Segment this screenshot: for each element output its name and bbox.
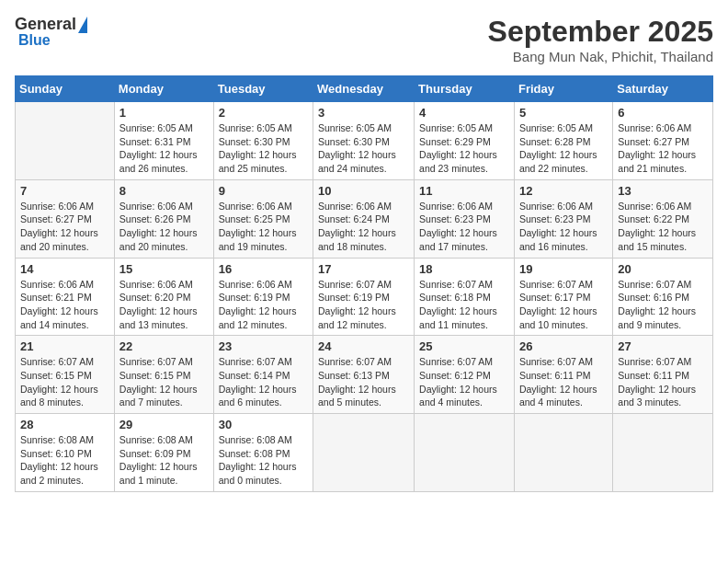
day-number: 6 [618, 106, 708, 120]
calendar-week-row: 14Sunrise: 6:06 AM Sunset: 6:21 PM Dayli… [16, 258, 713, 336]
day-info: Sunrise: 6:05 AM Sunset: 6:30 PM Dayligh… [219, 121, 308, 176]
calendar-table: SundayMondayTuesdayWednesdayThursdayFrid… [15, 75, 713, 492]
day-number: 12 [519, 184, 608, 198]
day-info: Sunrise: 6:05 AM Sunset: 6:28 PM Dayligh… [519, 121, 608, 176]
day-info: Sunrise: 6:06 AM Sunset: 6:27 PM Dayligh… [20, 200, 109, 254]
day-number: 3 [318, 106, 409, 120]
day-info: Sunrise: 6:08 AM Sunset: 6:09 PM Dayligh… [119, 433, 209, 488]
day-number: 30 [219, 418, 308, 431]
logo: General Blue [15, 15, 87, 49]
day-info: Sunrise: 6:07 AM Sunset: 6:18 PM Dayligh… [419, 278, 509, 332]
calendar-cell [313, 414, 415, 492]
calendar-cell: 15Sunrise: 6:06 AM Sunset: 6:20 PM Dayli… [114, 258, 213, 336]
day-info: Sunrise: 6:06 AM Sunset: 6:25 PM Dayligh… [219, 200, 308, 254]
calendar-cell: 21Sunrise: 6:07 AM Sunset: 6:15 PM Dayli… [16, 336, 115, 414]
calendar-week-row: 7Sunrise: 6:06 AM Sunset: 6:27 PM Daylig… [16, 179, 713, 258]
day-number: 10 [318, 184, 409, 198]
calendar-cell: 18Sunrise: 6:07 AM Sunset: 6:18 PM Dayli… [415, 258, 515, 336]
month-title: September 2025 [488, 15, 713, 49]
calendar-cell [16, 102, 115, 180]
day-number: 29 [119, 418, 209, 431]
calendar-cell: 2Sunrise: 6:05 AM Sunset: 6:30 PM Daylig… [213, 102, 313, 180]
day-number: 15 [119, 262, 209, 276]
day-number: 2 [219, 106, 308, 120]
day-info: Sunrise: 6:08 AM Sunset: 6:10 PM Dayligh… [20, 433, 109, 488]
calendar-cell: 11Sunrise: 6:06 AM Sunset: 6:23 PM Dayli… [415, 179, 515, 258]
day-info: Sunrise: 6:06 AM Sunset: 6:24 PM Dayligh… [318, 200, 409, 254]
calendar-cell: 10Sunrise: 6:06 AM Sunset: 6:24 PM Dayli… [313, 179, 415, 258]
day-of-week-header: Friday [514, 76, 612, 102]
calendar-cell: 20Sunrise: 6:07 AM Sunset: 6:16 PM Dayli… [613, 258, 713, 336]
calendar-cell: 22Sunrise: 6:07 AM Sunset: 6:15 PM Dayli… [114, 336, 213, 414]
day-info: Sunrise: 6:07 AM Sunset: 6:19 PM Dayligh… [318, 278, 409, 332]
day-number: 20 [618, 262, 708, 276]
day-number: 24 [318, 339, 409, 353]
day-number: 19 [519, 262, 608, 276]
day-info: Sunrise: 6:06 AM Sunset: 6:26 PM Dayligh… [119, 200, 209, 254]
calendar-cell: 23Sunrise: 6:07 AM Sunset: 6:14 PM Dayli… [213, 336, 313, 414]
day-info: Sunrise: 6:07 AM Sunset: 6:15 PM Dayligh… [119, 355, 209, 409]
day-info: Sunrise: 6:06 AM Sunset: 6:27 PM Dayligh… [618, 121, 708, 176]
day-number: 17 [318, 262, 409, 276]
logo-blue-text: Blue [18, 32, 51, 49]
calendar-cell: 4Sunrise: 6:05 AM Sunset: 6:29 PM Daylig… [415, 102, 515, 180]
calendar-cell: 29Sunrise: 6:08 AM Sunset: 6:09 PM Dayli… [114, 414, 213, 492]
day-number: 23 [219, 339, 308, 353]
calendar-cell: 3Sunrise: 6:05 AM Sunset: 6:30 PM Daylig… [313, 102, 415, 180]
day-number: 16 [219, 262, 308, 276]
day-info: Sunrise: 6:07 AM Sunset: 6:17 PM Dayligh… [519, 278, 608, 332]
calendar-cell: 19Sunrise: 6:07 AM Sunset: 6:17 PM Dayli… [514, 258, 612, 336]
day-info: Sunrise: 6:06 AM Sunset: 6:22 PM Dayligh… [618, 200, 708, 254]
calendar-cell [514, 414, 612, 492]
calendar-cell: 30Sunrise: 6:08 AM Sunset: 6:08 PM Dayli… [213, 414, 313, 492]
day-info: Sunrise: 6:07 AM Sunset: 6:16 PM Dayligh… [618, 278, 708, 332]
day-info: Sunrise: 6:05 AM Sunset: 6:30 PM Dayligh… [318, 121, 409, 176]
day-number: 25 [419, 339, 509, 353]
day-number: 18 [419, 262, 509, 276]
day-number: 5 [519, 106, 608, 120]
calendar-header-row: SundayMondayTuesdayWednesdayThursdayFrid… [16, 76, 713, 102]
day-of-week-header: Tuesday [213, 76, 313, 102]
calendar-cell: 24Sunrise: 6:07 AM Sunset: 6:13 PM Dayli… [313, 336, 415, 414]
calendar-cell: 14Sunrise: 6:06 AM Sunset: 6:21 PM Dayli… [16, 258, 115, 336]
calendar-cell: 12Sunrise: 6:06 AM Sunset: 6:23 PM Dayli… [514, 179, 612, 258]
day-info: Sunrise: 6:06 AM Sunset: 6:23 PM Dayligh… [419, 200, 509, 254]
day-number: 13 [618, 184, 708, 198]
calendar-cell: 27Sunrise: 6:07 AM Sunset: 6:11 PM Dayli… [613, 336, 713, 414]
day-info: Sunrise: 6:06 AM Sunset: 6:21 PM Dayligh… [20, 278, 109, 332]
calendar-cell: 8Sunrise: 6:06 AM Sunset: 6:26 PM Daylig… [114, 179, 213, 258]
day-info: Sunrise: 6:07 AM Sunset: 6:13 PM Dayligh… [318, 355, 409, 409]
calendar-week-row: 21Sunrise: 6:07 AM Sunset: 6:15 PM Dayli… [16, 336, 713, 414]
day-number: 26 [519, 339, 608, 353]
calendar-cell: 28Sunrise: 6:08 AM Sunset: 6:10 PM Dayli… [16, 414, 115, 492]
calendar-cell: 5Sunrise: 6:05 AM Sunset: 6:28 PM Daylig… [514, 102, 612, 180]
calendar-cell: 16Sunrise: 6:06 AM Sunset: 6:19 PM Dayli… [213, 258, 313, 336]
day-of-week-header: Saturday [613, 76, 713, 102]
day-of-week-header: Monday [114, 76, 213, 102]
calendar-week-row: 28Sunrise: 6:08 AM Sunset: 6:10 PM Dayli… [16, 414, 713, 492]
day-info: Sunrise: 6:06 AM Sunset: 6:19 PM Dayligh… [219, 278, 308, 332]
day-of-week-header: Thursday [415, 76, 515, 102]
calendar-cell: 9Sunrise: 6:06 AM Sunset: 6:25 PM Daylig… [213, 179, 313, 258]
calendar-cell [613, 414, 713, 492]
day-number: 9 [219, 184, 308, 198]
day-number: 21 [20, 339, 109, 353]
day-info: Sunrise: 6:08 AM Sunset: 6:08 PM Dayligh… [219, 433, 308, 488]
day-of-week-header: Sunday [16, 76, 115, 102]
calendar-cell [415, 414, 515, 492]
calendar-cell: 1Sunrise: 6:05 AM Sunset: 6:31 PM Daylig… [114, 102, 213, 180]
calendar-week-row: 1Sunrise: 6:05 AM Sunset: 6:31 PM Daylig… [16, 102, 713, 180]
day-info: Sunrise: 6:07 AM Sunset: 6:15 PM Dayligh… [20, 355, 109, 409]
day-number: 14 [20, 262, 109, 276]
day-number: 28 [20, 418, 109, 431]
day-info: Sunrise: 6:05 AM Sunset: 6:29 PM Dayligh… [419, 121, 509, 176]
day-number: 1 [119, 106, 209, 120]
title-block: September 2025 Bang Mun Nak, Phichit, Th… [488, 15, 713, 64]
calendar-cell: 26Sunrise: 6:07 AM Sunset: 6:11 PM Dayli… [514, 336, 612, 414]
day-number: 27 [618, 339, 708, 353]
day-info: Sunrise: 6:07 AM Sunset: 6:11 PM Dayligh… [618, 355, 708, 409]
calendar-cell: 17Sunrise: 6:07 AM Sunset: 6:19 PM Dayli… [313, 258, 415, 336]
logo-general-text: General [15, 15, 76, 34]
day-info: Sunrise: 6:06 AM Sunset: 6:20 PM Dayligh… [119, 278, 209, 332]
logo-triangle-icon [78, 17, 87, 33]
